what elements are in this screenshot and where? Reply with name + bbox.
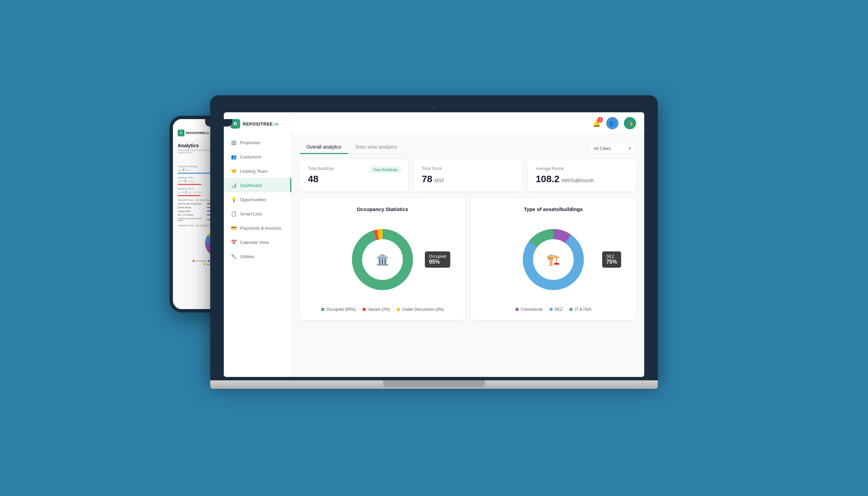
chevron-down-icon: ▾ bbox=[629, 146, 631, 151]
sidebar-label-dashboard: Dashboard bbox=[240, 183, 262, 188]
main-content: 🔔 8 👥 🎭 Overall analytics bbox=[292, 112, 644, 377]
sidebar-item-utilities[interactable]: 🔧 Utilities bbox=[224, 249, 291, 264]
mobile-legend-commercial: Commercial bbox=[193, 260, 207, 262]
legend-commercial: Commercial bbox=[515, 307, 543, 312]
legend-ites: IT & ITeS bbox=[569, 307, 591, 312]
tab-team-analytics[interactable]: Team wise analytics bbox=[348, 141, 404, 154]
mobile-notch bbox=[205, 119, 232, 126]
sidebar-item-properties[interactable]: 🏢 Properties bbox=[224, 135, 291, 150]
legend-dot-occupied bbox=[321, 308, 324, 311]
opportunities-icon: 💡 bbox=[230, 197, 237, 203]
sidebar-item-calendar[interactable]: 📅 Calendar View bbox=[224, 235, 291, 249]
logo-text: REPOSITREE.io bbox=[243, 122, 278, 126]
assets-legend: Commercial SEZ IT & ITeS bbox=[479, 307, 628, 312]
laptop-camera bbox=[432, 106, 436, 109]
calendar-icon: 📅 bbox=[230, 239, 237, 245]
assets-donut-wrapper: 🏗️ bbox=[519, 226, 587, 293]
stat-card-stock: Total Stock 78 MSF bbox=[414, 159, 522, 191]
sidebar-label-calendar: Calendar View bbox=[240, 240, 269, 245]
mobile-legend-dot-commercial bbox=[193, 260, 195, 262]
sidebar-item-customers[interactable]: 👥 Customers bbox=[224, 150, 291, 164]
assets-chart-title: Type of assets/buildings bbox=[479, 206, 628, 212]
notification-button[interactable]: 🔔 8 bbox=[592, 119, 601, 127]
legend-label-sez: SEZ bbox=[555, 307, 563, 312]
occupancy-chart-container: 🏛️ Occupied 95% bbox=[308, 219, 457, 300]
micro-name-2: Sohna Road bbox=[178, 206, 205, 208]
mobile-legend-dot-sez bbox=[204, 263, 206, 265]
legend-occupied: Occupied (95%) bbox=[321, 307, 356, 312]
chart-card-assets: Type of assets/buildings bbox=[471, 198, 636, 320]
customers-icon: 👥 bbox=[230, 154, 237, 160]
sidebar: R REPOSITREE.io 🏢 Properties 👥 Customers bbox=[224, 112, 292, 377]
sidebar-logo: R REPOSITREE.io bbox=[224, 119, 291, 135]
legend-under-discussion: Under Discussion (3%) bbox=[397, 307, 444, 312]
legend-label-under-discussion: Under Discussion (3%) bbox=[402, 307, 444, 312]
occupancy-tooltip-value: 95% bbox=[429, 259, 446, 265]
content-area: Overall analytics Team wise analytics Al… bbox=[292, 134, 644, 377]
mobile-progress-fill-units bbox=[178, 184, 202, 185]
occupancy-legend: Occupied (95%) Vacant (2%) Under Discuss… bbox=[308, 307, 457, 312]
tab-team-label: Team wise analytics bbox=[355, 144, 397, 150]
legend-dot-vacant bbox=[363, 308, 366, 311]
stat-rental-number: 108.2 bbox=[536, 174, 560, 185]
header-icons: 🔔 8 👥 🎭 bbox=[592, 117, 636, 129]
sidebar-item-opportunities[interactable]: 💡 Opportunities bbox=[224, 192, 291, 207]
legend-dot-commercial bbox=[515, 308, 519, 311]
stat-buildings-value: 48 bbox=[308, 174, 400, 185]
laptop-base bbox=[210, 380, 658, 389]
assets-tooltip-label: SEZ bbox=[606, 254, 617, 259]
assets-tooltip-value: 75% bbox=[606, 259, 617, 265]
mobile-legend-label-commercial: Commercial bbox=[196, 260, 207, 262]
legend-dot-under-discussion bbox=[397, 308, 400, 311]
dashboard-icon: 📊 bbox=[230, 182, 237, 188]
city-filter-dropdown[interactable]: All Cities ▾ bbox=[589, 143, 636, 154]
team-icon[interactable]: 👥 bbox=[606, 117, 618, 129]
utilities-icon: 🔧 bbox=[230, 253, 237, 260]
laptop-stand bbox=[383, 380, 485, 387]
sidebar-label-opportunities: Opportunities bbox=[240, 197, 266, 202]
sidebar-label-customers: Customers bbox=[240, 154, 261, 159]
stat-rental-unit: INR/Sqft/month bbox=[562, 178, 594, 183]
sidebar-label-utilities: Utilities bbox=[240, 254, 254, 259]
tabs: Overall analytics Team wise analytics bbox=[300, 141, 404, 154]
legend-dot-ites bbox=[569, 308, 573, 311]
laptop-screen: R REPOSITREE.io 🏢 Properties 👥 Customers bbox=[224, 112, 644, 377]
leasing-icon: 🤝 bbox=[230, 168, 237, 174]
stat-card-rental: Average Rental 108.2 INR/Sqft/month bbox=[528, 159, 636, 191]
micro-name-3: Udyog Vihar bbox=[178, 210, 205, 212]
sidebar-item-payments[interactable]: 💳 Payments & Invoices bbox=[224, 221, 291, 235]
mobile-logo-icon: R bbox=[178, 129, 184, 136]
sidebar-item-leasing-team[interactable]: 🤝 Leasing Team bbox=[224, 164, 291, 178]
stat-stock-unit: MSF bbox=[434, 178, 445, 183]
sidebar-nav: 🏢 Properties 👥 Customers 🤝 Leasing Team … bbox=[224, 135, 291, 264]
assets-center-icon: 🏗️ bbox=[547, 253, 560, 266]
tabs-section: Overall analytics Team wise analytics Al… bbox=[300, 141, 636, 154]
stat-card-buildings: Total Buildings 48 View Buildings bbox=[300, 159, 408, 191]
view-buildings-button[interactable]: View Buildings bbox=[369, 166, 401, 173]
stat-stock-number: 78 bbox=[422, 174, 432, 185]
city-filter-label: All Cities bbox=[594, 146, 611, 151]
occupancy-donut-wrapper: 🏛️ bbox=[349, 226, 416, 293]
sidebar-item-smart-lists[interactable]: 📋 Smart Lists bbox=[224, 207, 291, 221]
tab-overall-analytics[interactable]: Overall analytics bbox=[300, 141, 348, 154]
sidebar-item-dashboard[interactable]: 📊 Dashboard bbox=[224, 178, 291, 192]
assets-chart-container: 🏗️ SEZ 75% bbox=[479, 219, 628, 300]
mobile-legend-dot-industrial bbox=[208, 260, 210, 262]
legend-dot-sez bbox=[549, 308, 553, 311]
legend-label-ites: IT & ITeS bbox=[575, 307, 591, 312]
sidebar-label-leasing: Leasing Team bbox=[240, 169, 268, 174]
chart-card-occupancy: Occupancy Statistics bbox=[300, 198, 465, 320]
legend-sez: SEZ bbox=[549, 307, 563, 312]
occupancy-center-icon: 🏛️ bbox=[376, 253, 389, 266]
mobile-logo: R REPOSITREE.io bbox=[178, 129, 209, 136]
mobile-logo-text: REPOSITREE.io bbox=[186, 131, 209, 135]
laptop-frame: R REPOSITREE.io 👤 ☰ Analytics Consolidat… bbox=[210, 95, 658, 401]
stat-buildings-number: 48 bbox=[308, 174, 318, 185]
smart-lists-icon: 📋 bbox=[230, 211, 237, 217]
payments-icon: 💳 bbox=[230, 225, 237, 231]
sidebar-label-smart-lists: Smart Lists bbox=[240, 211, 262, 216]
stat-rental-value: 108.2 INR/Sqft/month bbox=[536, 174, 628, 185]
assets-tooltip: SEZ 75% bbox=[602, 251, 621, 268]
sidebar-label-payments: Payments & Invoices bbox=[240, 226, 281, 231]
user-avatar[interactable]: 🎭 bbox=[624, 117, 636, 129]
